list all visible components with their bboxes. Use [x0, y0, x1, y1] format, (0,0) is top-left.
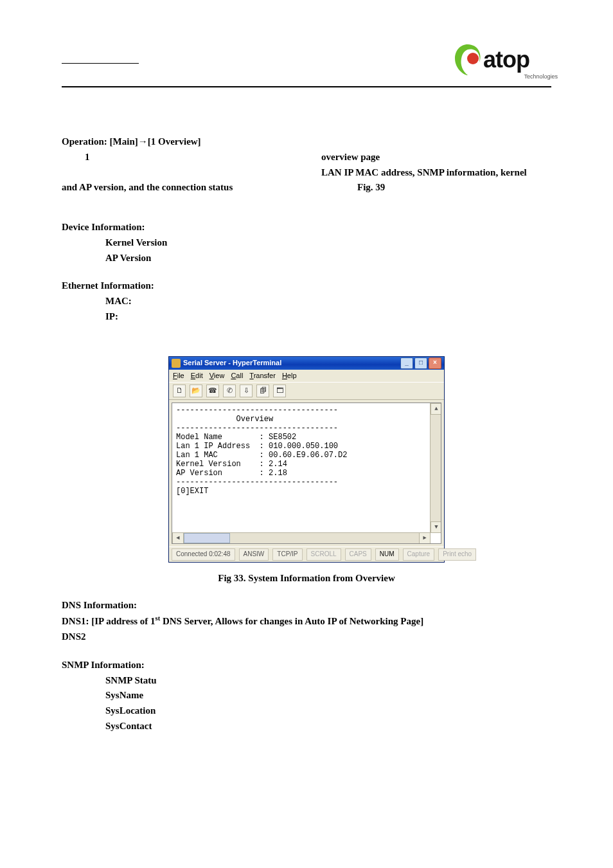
terminal-line: -----------------------------------	[176, 424, 338, 433]
status-emulation: ANSIW	[239, 548, 269, 561]
window-title: Serial Server - HyperTerminal	[183, 358, 281, 368]
overview-page-label: overview page	[321, 150, 380, 165]
snmp-statu-label: SNMP Statu	[62, 674, 551, 688]
snmp-info-heading: SNMP Information:	[62, 658, 551, 673]
status-bar: Connected 0:02:48 ANSIW TCP/IP SCROLL CA…	[169, 547, 444, 562]
overview-desc-right: LAN IP MAC address, SNMP information, ke…	[321, 166, 527, 180]
toolbar-open-icon[interactable]: 📂	[190, 384, 202, 397]
menu-transfer[interactable]: Transfer	[249, 371, 276, 381]
maximize-button[interactable]: □	[414, 357, 427, 369]
menu-help[interactable]: Help	[282, 371, 297, 381]
scroll-thumb[interactable]	[184, 533, 230, 543]
toolbar: 🗋 📂 ☎ ✆ ⇩ 🗐 🗔	[169, 382, 444, 400]
hyperterminal-screenshot: Serial Server - HyperTerminal _ □ × File…	[168, 356, 445, 563]
toolbar-properties-icon[interactable]: 🗔	[273, 384, 286, 397]
overview-num: 1	[62, 150, 321, 165]
menu-bar: File Edit View Call Transfer Help	[169, 370, 444, 383]
scroll-up-icon[interactable]: ▲	[431, 403, 441, 415]
window-titlebar: Serial Server - HyperTerminal _ □ ×	[169, 357, 444, 370]
logo-text: atop	[483, 48, 529, 71]
status-printecho: Print echo	[438, 548, 476, 561]
status-connected: Connected 0:02:48	[172, 548, 235, 561]
terminal-line: -----------------------------------	[176, 478, 338, 487]
overview-fig-ref: Fig. 39	[357, 181, 385, 195]
kernel-version-label: Kernel Version	[62, 236, 551, 250]
toolbar-connect-icon[interactable]: ☎	[206, 384, 219, 397]
scroll-right-icon[interactable]: ►	[419, 532, 431, 544]
ap-version-label: AP Version	[62, 251, 551, 266]
status-protocol: TCP/IP	[272, 548, 302, 561]
terminal-line: Overview	[176, 415, 273, 424]
dns1-line: DNS1: [IP address of 1st DNS Server, All…	[62, 613, 551, 629]
menu-edit[interactable]: Edit	[191, 371, 203, 381]
device-info-heading: Device Information:	[62, 221, 551, 235]
vertical-scrollbar[interactable]: ▲ ▼	[430, 403, 441, 533]
header-rule	[62, 86, 551, 87]
terminal-line: -----------------------------------	[176, 406, 338, 415]
status-caps: CAPS	[345, 548, 371, 561]
logo-subtext: Technologies	[524, 73, 558, 80]
terminal-line: Lan 1 MAC : 00.60.E9.06.07.D2	[176, 451, 347, 460]
menu-view[interactable]: View	[209, 371, 225, 381]
ip-label: IP:	[62, 310, 551, 324]
minimize-button[interactable]: _	[400, 357, 413, 369]
status-num: NUM	[375, 548, 399, 561]
toolbar-new-icon[interactable]: 🗋	[173, 384, 186, 397]
terminal-line: Kernel Version : 2.14	[176, 460, 287, 469]
logo: atop Technologies	[449, 39, 558, 81]
terminal-line: AP Version : 2.18	[176, 469, 287, 478]
menu-call[interactable]: Call	[231, 371, 243, 381]
horizontal-scrollbar[interactable]: ◄ ►	[172, 532, 431, 543]
toolbar-send-icon[interactable]: ⇩	[240, 384, 253, 397]
app-icon	[172, 359, 181, 368]
figure-caption: Fig 33. System Information from Overview	[62, 572, 551, 586]
status-capture: Capture	[403, 548, 435, 561]
mac-label: MAC:	[62, 294, 551, 309]
snmp-syslocation-label: SysLocation	[62, 704, 551, 718]
header-short-rule	[62, 63, 139, 64]
page-header: atop Technologies	[62, 39, 551, 90]
close-button[interactable]: ×	[429, 357, 441, 369]
page-body: Operation: [Main]→[1 Overview] 1 overvie…	[62, 135, 551, 734]
terminal-line: Lan 1 IP Address : 010.000.050.100	[176, 442, 338, 451]
toolbar-receive-icon[interactable]: 🗐	[256, 384, 269, 397]
toolbar-disconnect-icon[interactable]: ✆	[223, 384, 236, 397]
snmp-syscontact-label: SysContact	[62, 719, 551, 734]
dns-info-heading: DNS Information:	[62, 599, 551, 613]
snmp-sysname-label: SysName	[62, 689, 551, 703]
status-scroll: SCROLL	[306, 548, 341, 561]
terminal-area[interactable]: ----------------------------------- Over…	[172, 402, 441, 544]
overview-desc-left: and AP version, and the connection statu…	[62, 181, 357, 195]
dns2-line: DNS2	[62, 630, 551, 644]
terminal-line: [0]EXIT	[176, 487, 208, 496]
logo-mark-icon	[449, 41, 487, 79]
operation-line: Operation: [Main]→[1 Overview]	[62, 135, 551, 149]
svg-point-0	[467, 53, 479, 64]
scroll-down-icon[interactable]: ▼	[431, 521, 441, 533]
scroll-left-icon[interactable]: ◄	[172, 532, 184, 544]
terminal-line: Model Name : SE8502	[176, 433, 296, 442]
ethernet-info-heading: Ethernet Information:	[62, 279, 551, 293]
menu-file[interactable]: File	[173, 371, 184, 381]
